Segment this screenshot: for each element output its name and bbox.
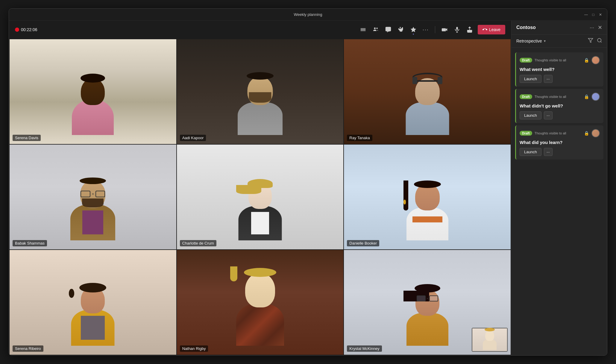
sidebar-more-icon[interactable]: ··· (590, 25, 594, 31)
svg-point-3 (374, 28, 376, 29)
card-2-actions: Launch ··· (520, 111, 600, 119)
main-window: Weekly planning — □ ✕ 00:22:06 (9, 8, 607, 356)
card-2-visibility: Thoughts visible to all (535, 95, 566, 98)
card-3-top-left: Draft Thoughts visible to all (520, 131, 566, 136)
card-2: Draft Thoughts visible to all 🔒 What did… (515, 89, 603, 123)
card-1-actions: Launch ··· (520, 75, 600, 83)
participant-name-5: Danielle Booker (347, 240, 379, 246)
sidebar-close-icon[interactable]: ✕ (598, 24, 602, 31)
search-icon[interactable] (597, 38, 602, 44)
card-3-more-button[interactable]: ··· (544, 148, 553, 156)
participant-name-8: Krystal McKinney (347, 345, 382, 352)
recording-dot (15, 28, 19, 32)
participant-name-0: Serena Davis (13, 135, 41, 141)
participants-icon[interactable] (360, 26, 366, 33)
card-2-question: What didn't go well? (520, 103, 600, 108)
card-1-more-button[interactable]: ··· (544, 75, 553, 83)
svg-marker-11 (588, 38, 593, 43)
camera-icon[interactable] (441, 26, 448, 33)
self-view (472, 328, 508, 352)
card-3-top-row: Draft Thoughts visible to all 🔒 (520, 129, 600, 137)
card-1-avatar (591, 56, 600, 64)
video-area: 00:22:06 (9, 21, 511, 355)
chat-icon[interactable] (385, 26, 392, 33)
recording-time: 00:22:06 (21, 27, 37, 32)
chevron-down-icon: ▾ (544, 39, 546, 43)
people-icon[interactable] (372, 26, 379, 33)
participant-name-7: Nathan Rigby (180, 345, 208, 352)
apps-icon[interactable] (410, 26, 417, 33)
card-3-actions: Launch ··· (520, 148, 600, 156)
card-3-launch-button[interactable]: Launch (520, 148, 541, 156)
toolbar-icons: ··· (360, 26, 473, 33)
card-2-more-button[interactable]: ··· (544, 111, 553, 119)
svg-point-12 (597, 38, 601, 42)
video-cell-serena-ribeiro: Serena Ribeiro (10, 250, 176, 355)
card-1-top-right: 🔒 (584, 56, 600, 64)
video-cell-serena-davis: Serena Davis (10, 39, 176, 144)
window-controls: — □ ✕ (584, 13, 602, 16)
card-2-top-right: 🔒 (584, 92, 600, 101)
toolbar: 00:22:06 (9, 21, 511, 39)
share-icon[interactable] (466, 26, 473, 33)
card-3-avatar (591, 129, 600, 137)
sidebar-dropdown[interactable]: Retrospective ▾ (516, 39, 546, 43)
dropdown-label: Retrospective (516, 39, 542, 43)
card-3-lock-icon: 🔒 (584, 131, 589, 136)
card-3: Draft Thoughts visible to all 🔒 What did… (515, 125, 603, 160)
sidebar-dropdown-icons (588, 38, 602, 44)
video-cell-charlotte: Charlotte de Crum (177, 145, 344, 249)
maximize-button[interactable]: □ (591, 13, 595, 16)
sidebar: Contoso ··· ✕ Retrospective ▾ (511, 21, 607, 355)
svg-rect-7 (456, 27, 458, 30)
participant-name-2: Ray Tanaka (347, 135, 372, 141)
sidebar-header: Contoso ··· ✕ (512, 21, 607, 35)
card-1-top-left: Draft Thoughts visible to all (520, 58, 566, 63)
card-2-avatar (591, 92, 600, 101)
divider (435, 26, 435, 33)
window-title: Weekly planning (294, 12, 322, 17)
card-3-draft-badge: Draft (520, 131, 532, 136)
raise-hand-icon[interactable] (397, 26, 404, 33)
title-bar: Weekly planning — □ ✕ (9, 9, 607, 21)
card-1-launch-button[interactable]: Launch (520, 75, 541, 83)
main-content: 00:22:06 (9, 21, 607, 355)
card-2-top-row: Draft Thoughts visible to all 🔒 (520, 92, 600, 101)
participant-name-3: Babak Shammas (13, 240, 47, 246)
card-3-question: What did you learn? (520, 140, 600, 145)
filter-icon[interactable] (588, 38, 593, 44)
svg-line-13 (600, 41, 601, 42)
microphone-icon[interactable] (454, 26, 460, 33)
card-1-visibility: Thoughts visible to all (535, 58, 566, 62)
video-cell-ray-tanaka: Ray Tanaka (344, 39, 511, 144)
minimize-button[interactable]: — (584, 13, 588, 16)
svg-point-4 (376, 28, 378, 29)
svg-rect-6 (442, 28, 446, 31)
participant-name-1: Aadi Kapoor (180, 135, 206, 141)
video-cell-aadi-kapoor: Aadi Kapoor (177, 39, 344, 144)
card-2-top-left: Draft Thoughts visible to all (520, 94, 566, 99)
sidebar-header-icons: ··· ✕ (590, 24, 602, 31)
video-grid: Serena Davis (9, 39, 511, 355)
leave-button[interactable]: Leave (478, 25, 505, 34)
card-1-draft-badge: Draft (520, 58, 532, 63)
leave-label: Leave (489, 27, 500, 32)
sidebar-dropdown-row: Retrospective ▾ (512, 35, 607, 48)
card-1-question: What went well? (520, 67, 600, 72)
video-cell-krystal-mckinney: Krystal McKinney (344, 250, 511, 355)
more-options-icon[interactable]: ··· (423, 27, 429, 33)
cards-container: Draft Thoughts visible to all 🔒 What wen… (512, 48, 607, 355)
card-1: Draft Thoughts visible to all 🔒 What wen… (515, 52, 603, 87)
card-3-top-right: 🔒 (584, 129, 600, 137)
card-2-launch-button[interactable]: Launch (520, 111, 541, 119)
card-2-draft-badge: Draft (520, 94, 532, 99)
sidebar-title: Contoso (516, 25, 536, 30)
card-1-top-row: Draft Thoughts visible to all 🔒 (520, 56, 600, 64)
card-2-lock-icon: 🔒 (584, 94, 589, 99)
video-cell-babak-shammas: Babak Shammas (10, 145, 176, 249)
video-cell-nathan-rigby: Nathan Rigby (177, 250, 344, 355)
close-button[interactable]: ✕ (599, 13, 602, 16)
card-1-lock-icon: 🔒 (584, 58, 589, 63)
recording-badge: 00:22:06 (15, 27, 37, 32)
participant-name-4: Charlotte de Crum (180, 240, 216, 246)
